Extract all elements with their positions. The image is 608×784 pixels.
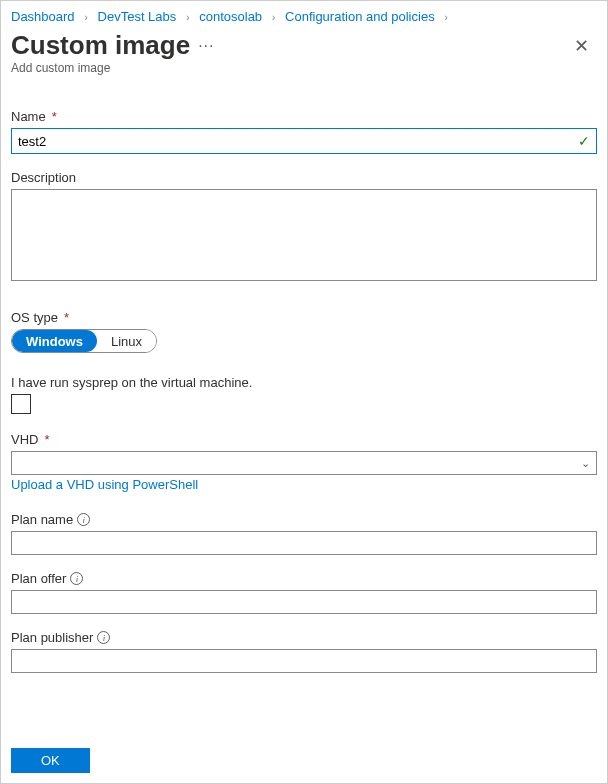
breadcrumb-dashboard[interactable]: Dashboard [11, 9, 75, 24]
name-label: Name* [11, 109, 597, 124]
ostype-label: OS type* [11, 310, 597, 325]
ostype-toggle: Windows Linux [11, 329, 157, 353]
breadcrumb-config-policies[interactable]: Configuration and policies [285, 9, 435, 24]
required-icon: * [44, 432, 49, 447]
required-icon: * [64, 310, 69, 325]
page-subtitle: Add custom image [1, 61, 607, 93]
info-icon[interactable]: i [77, 513, 90, 526]
plan-offer-label: Plan offer i [11, 571, 597, 586]
blade-header: Custom image ··· ✕ [1, 28, 607, 61]
breadcrumb-contosolab[interactable]: contosolab [199, 9, 262, 24]
sysprep-checkbox[interactable] [11, 394, 31, 414]
breadcrumb: Dashboard › DevTest Labs › contosolab › … [1, 1, 607, 28]
breadcrumb-devtestlabs[interactable]: DevTest Labs [98, 9, 177, 24]
more-icon[interactable]: ··· [198, 37, 214, 55]
ostype-windows[interactable]: Windows [12, 330, 97, 352]
vhd-select[interactable]: ⌄ [11, 451, 597, 475]
info-icon[interactable]: i [97, 631, 110, 644]
required-icon: * [52, 109, 57, 124]
ok-button[interactable]: OK [11, 748, 90, 773]
page-title: Custom image [11, 30, 190, 61]
chevron-right-icon: › [444, 11, 448, 23]
description-input[interactable] [11, 189, 597, 281]
name-input-wrap: ✓ [11, 128, 597, 154]
chevron-right-icon: › [84, 11, 88, 23]
close-icon[interactable]: ✕ [566, 31, 597, 61]
description-label: Description [11, 170, 597, 185]
plan-name-label: Plan name i [11, 512, 597, 527]
chevron-right-icon: › [186, 11, 190, 23]
upload-vhd-link[interactable]: Upload a VHD using PowerShell [11, 477, 198, 492]
check-icon: ✓ [578, 133, 590, 149]
name-input[interactable] [12, 129, 596, 153]
chevron-right-icon: › [272, 11, 276, 23]
sysprep-label: I have run sysprep on the virtual machin… [11, 375, 597, 390]
chevron-down-icon: ⌄ [581, 457, 590, 470]
ostype-linux[interactable]: Linux [97, 330, 156, 352]
vhd-label: VHD* [11, 432, 597, 447]
plan-publisher-input[interactable] [11, 649, 597, 673]
footer: OK [11, 748, 90, 773]
plan-publisher-label: Plan publisher i [11, 630, 597, 645]
info-icon[interactable]: i [70, 572, 83, 585]
plan-name-input[interactable] [11, 531, 597, 555]
plan-offer-input[interactable] [11, 590, 597, 614]
